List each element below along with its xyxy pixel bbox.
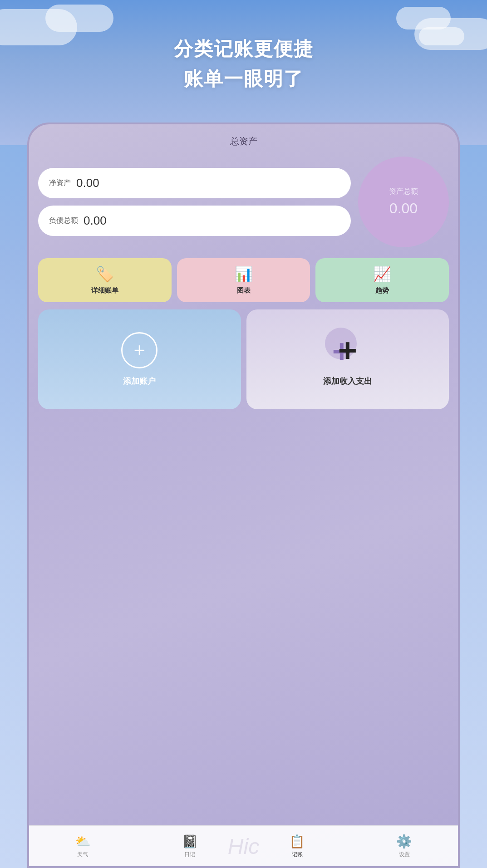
chart-icon: 📊 (235, 265, 253, 283)
header-line2: 账单一眼明了 (0, 66, 487, 92)
stats-area: 净资产 0.00 负债总额 0.00 资产总额 0.00 (38, 157, 449, 247)
circle-plus-icon: + (121, 332, 157, 368)
trend-label: 趋势 (375, 286, 389, 295)
left-stats: 净资产 0.00 负债总额 0.00 (38, 168, 351, 236)
bold-plus-icon: + (338, 334, 357, 367)
bottom-nav: ⛅ 天气 📓 日记 📋 记账 ⚙️ 设置 (29, 825, 458, 866)
total-assets-label: 资产总额 (389, 187, 418, 196)
settings-label: 设置 (399, 851, 410, 858)
trend-icon: 📈 (373, 265, 391, 283)
phone-inner: 总资产 净资产 0.00 负债总额 0.00 资产总额 0.00 (29, 124, 458, 866)
action-row: 🏷️ 详细账单 📊 图表 📈 趋势 (38, 258, 449, 302)
chart-button[interactable]: 📊 图表 (177, 258, 310, 302)
detailed-bill-icon: 🏷️ (96, 265, 114, 283)
liabilities-label: 负债总额 (49, 216, 78, 226)
net-assets-pill: 净资产 0.00 (38, 168, 351, 198)
trend-button[interactable]: 📈 趋势 (315, 258, 449, 302)
phone-container: 总资产 净资产 0.00 负债总额 0.00 资产总额 0.00 (27, 123, 460, 868)
add-account-label: 添加账户 (123, 376, 156, 387)
add-income-button[interactable]: + + 添加收入支出 (246, 309, 449, 409)
header-line1: 分类记账更便捷 (0, 36, 487, 62)
ledger-icon: 📋 (289, 834, 305, 849)
nav-item-diary[interactable]: 📓 日记 (136, 834, 243, 858)
settings-icon: ⚙️ (396, 834, 412, 849)
liabilities-value: 0.00 (84, 214, 107, 228)
detailed-bill-button[interactable]: 🏷️ 详细账单 (38, 258, 172, 302)
chart-label: 图表 (237, 286, 251, 295)
nav-item-weather[interactable]: ⛅ 天气 (29, 834, 136, 858)
diary-label: 日记 (184, 851, 195, 858)
cloud-4 (396, 7, 451, 29)
diary-icon: 📓 (182, 834, 198, 849)
add-income-label: 添加收入支出 (323, 376, 372, 387)
liabilities-pill: 负债总额 0.00 (38, 206, 351, 236)
weather-label: 天气 (77, 851, 88, 858)
net-assets-value: 0.00 (76, 176, 99, 190)
big-btn-row: + 添加账户 + + 添加收入支出 (38, 309, 449, 409)
header-section: 分类记账更便捷 账单一眼明了 (0, 36, 487, 92)
total-assets-value: 0.00 (389, 200, 418, 217)
net-assets-label: 净资产 (49, 178, 71, 188)
asset-circle: 资产总额 0.00 (358, 157, 449, 247)
weather-icon: ⛅ (75, 834, 91, 849)
cloud-2 (45, 5, 113, 32)
nav-item-ledger[interactable]: 📋 记账 (244, 834, 351, 858)
detailed-bill-label: 详细账单 (91, 286, 118, 295)
add-account-button[interactable]: + 添加账户 (38, 309, 241, 409)
ledger-label: 记账 (292, 851, 303, 858)
section-title: 总资产 (38, 135, 449, 147)
bold-plus-wrapper: + + (330, 332, 366, 368)
nav-item-settings[interactable]: ⚙️ 设置 (351, 834, 458, 858)
